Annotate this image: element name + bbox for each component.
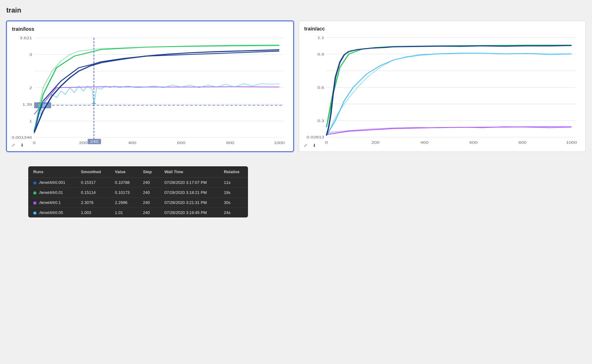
svg-text:0.6: 0.6 (317, 85, 324, 89)
tooltip-relative: 24s (219, 208, 248, 218)
acc-chart-container: 1.1 0.9 0.6 0.3 0.02813 0 200 400 600 80… (304, 34, 580, 147)
tooltip-smoothed: 2.3076 (76, 198, 110, 208)
svg-text:1: 1 (29, 119, 32, 123)
svg-text:0: 0 (33, 141, 36, 145)
col-runs: Runs (28, 166, 76, 178)
tooltip-row: ./lenet4/lr0.01 0.15114 0.10173 240 07/2… (28, 188, 248, 198)
acc-chart-actions: ⤢ ⬇ (302, 142, 318, 149)
col-relative: Relative (219, 166, 248, 178)
tooltip-relative: 19s (219, 188, 248, 198)
tooltip-relative: 30s (219, 198, 248, 208)
loss-download-button[interactable]: ⬇ (18, 141, 26, 149)
svg-text:1.39: 1.39 (22, 102, 32, 106)
svg-text:800: 800 (518, 141, 526, 145)
col-value: Value (110, 166, 138, 178)
svg-text:1000: 1000 (566, 141, 577, 145)
col-smoothed: Smoothed (76, 166, 110, 178)
tooltip-value: 1.01 (110, 208, 138, 218)
svg-text:200: 200 (371, 141, 379, 145)
tooltip-run: ./lenet4/lr0.001 (28, 178, 76, 188)
charts-row: train/loss 3.621 3 2 1.39 1 0.001346 0 (6, 21, 586, 152)
tooltip-run: ./lenet4/lr0.1 (28, 198, 76, 208)
svg-text:0.3: 0.3 (317, 119, 324, 123)
tooltip-row: ./lenet4/lr0.05 1.003 1.01 240 07/28/202… (28, 208, 248, 218)
tooltip-step: 240 (138, 188, 159, 198)
acc-chart-title: train/acc (304, 26, 580, 32)
tooltip-step: 240 (138, 198, 159, 208)
tooltip-value: 2.2996 (110, 198, 138, 208)
svg-text:240: 240 (90, 140, 99, 144)
tooltip-run: ./lenet4/lr0.05 (28, 208, 76, 218)
tooltip-step: 240 (138, 178, 159, 188)
svg-text:200: 200 (79, 141, 87, 145)
tooltip-smoothed: 1.003 (76, 208, 110, 218)
loss-expand-button[interactable]: ⤢ (9, 141, 17, 149)
tooltip-walltime: 07/28/2020 3:18:21 PM (159, 188, 219, 198)
tooltip-row: ./lenet4/lr0.1 2.3076 2.2996 240 07/28/2… (28, 198, 248, 208)
svg-text:2: 2 (29, 86, 32, 90)
svg-text:1.1: 1.1 (317, 36, 324, 40)
tooltip-step: 240 (138, 208, 159, 218)
acc-chart-card: train/acc 1.1 0.9 0.6 0.3 0.02813 0 200 (299, 21, 586, 152)
tooltip-row: ./lenet4/lr0.001 0.15317 0.10788 240 07/… (28, 178, 248, 188)
svg-text:1000: 1000 (274, 141, 285, 145)
acc-download-button[interactable]: ⬇ (310, 142, 318, 149)
tooltip-table: Runs Smoothed Value Step Wall Time Relat… (28, 166, 248, 217)
svg-text:0.9: 0.9 (317, 52, 324, 56)
loss-chart-svg: 3.621 3 2 1.39 1 0.001346 0 200 400 600 … (12, 35, 288, 147)
acc-chart-svg: 1.1 0.9 0.6 0.3 0.02813 0 200 400 600 80… (304, 34, 580, 147)
svg-text:0: 0 (325, 141, 328, 145)
tooltip-smoothed: 0.15114 (76, 188, 110, 198)
svg-text:400: 400 (420, 141, 428, 145)
col-step: Step (138, 166, 159, 178)
svg-text:3: 3 (29, 53, 32, 57)
svg-text:600: 600 (469, 141, 477, 145)
tooltip-walltime: 07/28/2020 3:19:45 PM (159, 208, 219, 218)
tooltip-value: 0.10788 (110, 178, 138, 188)
tooltip-smoothed: 0.15317 (76, 178, 110, 188)
loss-chart-card: train/loss 3.621 3 2 1.39 1 0.001346 0 (6, 21, 294, 152)
tooltip-walltime: 07/28/2020 3:17:07 PM (159, 178, 219, 188)
loss-chart-actions: ⤢ ⬇ (9, 141, 26, 149)
svg-text:3.621: 3.621 (20, 36, 32, 40)
svg-text:400: 400 (128, 141, 136, 145)
col-walltime: Wall Time (159, 166, 219, 178)
loss-chart-container: 3.621 3 2 1.39 1 0.001346 0 200 400 600 … (12, 35, 288, 147)
tooltip-walltime: 07/28/2020 3:21:31 PM (159, 198, 219, 208)
tooltip-relative: 11s (219, 178, 248, 188)
loss-chart-title: train/loss (12, 26, 288, 32)
svg-text:0.02813: 0.02813 (306, 135, 324, 139)
page-title: train (6, 6, 586, 14)
svg-text:800: 800 (226, 141, 234, 145)
acc-expand-button[interactable]: ⤢ (302, 142, 309, 149)
tooltip-value: 0.10173 (110, 188, 138, 198)
tooltip-run: ./lenet4/lr0.01 (28, 188, 76, 198)
svg-text:600: 600 (177, 141, 185, 145)
svg-text:0.001346: 0.001346 (12, 136, 32, 140)
